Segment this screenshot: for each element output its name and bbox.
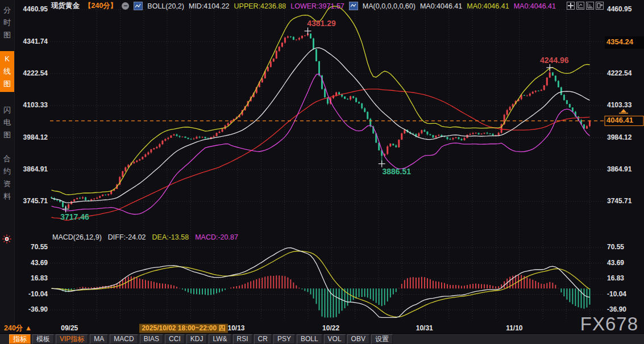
trading-app: 4460.954460.954341.744341.744222.544222.… — [0, 0, 644, 344]
macd-value: MACD:-20.87 — [195, 233, 238, 241]
low-annotation: 3717.46 — [60, 212, 89, 221]
price-tick-right: 4103.33 — [607, 101, 632, 109]
ma-value-2: MA0:4046.41 — [467, 2, 509, 10]
boll-upper-value: UPPER:4236.88 — [234, 2, 286, 10]
left-axis-scale-icon[interactable] — [576, 2, 584, 10]
tab-OBV[interactable]: OBV — [347, 334, 369, 344]
price-tick-right: 4460.95 — [607, 5, 632, 13]
watermark: FX678 — [580, 313, 638, 335]
boll-indicator-icon[interactable] — [134, 2, 143, 10]
macd-tick-right: 43.69 — [607, 259, 624, 267]
ma-value-3: MA0:4046.41 — [514, 2, 556, 10]
crosshair-time-label: 2025/10/02 18:00~22:00 四 — [142, 324, 225, 332]
macd-tick-right: -36.90 — [607, 305, 626, 313]
tab-设置[interactable]: 设置 — [371, 334, 393, 344]
tab-LW&[interactable]: LW& — [209, 334, 231, 344]
tab-模板[interactable]: 模板 — [32, 334, 54, 344]
tab-CR[interactable]: CR — [254, 334, 272, 344]
price-tick-right: 3745.71 — [607, 197, 632, 205]
macd-dea-value: DEA:-13.58 — [152, 233, 189, 241]
ma-value-1: MA0:4046.41 — [420, 2, 462, 10]
boll-mid-value: MID:4104.22 — [189, 2, 230, 10]
timeframe-selector[interactable]: 240分 ▲ — [4, 324, 32, 333]
date-tick: 11/10 — [506, 324, 523, 332]
tab-VOL[interactable]: VOL — [324, 334, 346, 344]
tab-BOLL[interactable]: BOLL — [297, 334, 322, 344]
price-tick-left: 3745.71 — [23, 197, 48, 205]
tab-VIP指标[interactable]: VIP指标 — [56, 334, 88, 344]
new-pane-icon[interactable] — [596, 2, 604, 10]
macd-tick-right: 70.55 — [607, 243, 624, 251]
tab-CCI[interactable]: CCI — [165, 334, 185, 344]
tab-指标[interactable]: 指标 — [9, 334, 31, 344]
right-axis-scale-icon[interactable] — [586, 2, 594, 10]
price-tick-left: 4222.54 — [23, 69, 48, 77]
gridlines — [50, 7, 604, 319]
ma-indicator-icon[interactable] — [349, 2, 358, 10]
macd-tick-right: 16.83 — [607, 274, 624, 282]
macd-params-label: MACD(26,12,9) — [52, 233, 102, 241]
price-tick-left: 4460.95 — [23, 5, 48, 13]
tab-PSY[interactable]: PSY — [273, 334, 295, 344]
tab-KDJ[interactable]: KDJ — [186, 334, 207, 344]
macd-tick-left: 16.83 — [31, 274, 48, 282]
extreme-annotations: 3717.464381.293886.514244.96 — [60, 19, 569, 221]
symbol-name: 现货黄金 — [51, 1, 80, 11]
sidebar-item-3[interactable]: 闪 电 图 — [0, 102, 14, 143]
price-tick-right: 3864.91 — [607, 165, 632, 173]
tab-BIAS[interactable]: BIAS — [140, 334, 163, 344]
date-tick: 09/25 — [61, 324, 78, 332]
candles — [51, 31, 591, 209]
tab-MACD[interactable]: MACD — [110, 334, 138, 344]
hot-icon[interactable] — [2, 234, 12, 244]
date-tick: 10/31 — [416, 324, 433, 332]
overlay-lines — [52, 6, 590, 220]
macd-diff-value: DIFF:-24.02 — [108, 233, 146, 241]
ma-label: MA(0,0,0,0,0,60) — [363, 2, 416, 10]
upper-badge-value: 4354.24 — [606, 37, 634, 46]
current-badge-value: 4046.41 — [606, 116, 633, 124]
upper-band-badge: 4354.24 — [605, 36, 644, 49]
sidebar: 分 时 图K 线 图闪 电 图合 约 资 料 — [0, 0, 15, 333]
chart-legend: 现货黄金 【240分】 − BOLL(20,2) MID:4104.22 UPP… — [51, 1, 556, 11]
macd-pane — [52, 248, 590, 318]
sidebar-item-4[interactable]: 合 约 资 料 — [0, 151, 14, 204]
sidebar-item-1[interactable]: 分 时 图 — [0, 2, 14, 43]
price-tick-left: 3984.12 — [23, 133, 48, 141]
macd-tick-right: -10.04 — [607, 290, 626, 298]
price-tick-left: 4341.74 — [23, 37, 48, 45]
price-tick-right: 4222.54 — [607, 69, 632, 77]
chart-toolbar — [567, 2, 604, 10]
price-axis-labels: 4460.954460.954341.744341.744222.544222.… — [23, 5, 632, 313]
date-tick: 10/22 — [322, 324, 339, 332]
macd-tick-left: -10.04 — [28, 290, 48, 298]
price-chart-canvas[interactable]: 4460.954460.954341.744341.744222.544222.… — [0, 0, 644, 344]
macd-tick-left: 43.69 — [31, 259, 48, 267]
price-tick-right: 3984.12 — [607, 133, 632, 141]
macd-tick-left: 70.55 — [31, 243, 48, 251]
macd-header: MACD(26,12,9) DIFF:-24.02 DEA:-13.58 MAC… — [52, 233, 238, 241]
date-tick: 10/13 — [227, 324, 244, 332]
high-annotation: 4244.96 — [540, 56, 569, 65]
period-label: 【240分】 — [84, 1, 117, 11]
macd-tick-left: -36.90 — [28, 305, 48, 313]
move-crosshair-icon[interactable] — [567, 2, 575, 10]
tab-MA[interactable]: MA — [90, 334, 108, 344]
price-tick-left: 4103.33 — [23, 101, 48, 109]
sidebar-item-2[interactable]: K 线 图 — [0, 51, 14, 92]
indicator-tabbar: 指标模板VIP指标MAMACDBIASCCIKDJLW&RSICRPSYBOLL… — [0, 333, 644, 344]
boll-lower-value: LOWER:3971.57 — [290, 2, 344, 10]
date-axis: 2025/10/02 18:00~22:00 四09/2510/1310/221… — [61, 324, 523, 333]
current-price-badge: 4046.41 — [605, 109, 643, 126]
collapse-indicator-icon[interactable]: − — [122, 2, 129, 10]
boll-label: BOLL(20,2) — [147, 2, 184, 10]
high-annotation: 4381.29 — [307, 19, 336, 28]
low-annotation: 3886.51 — [382, 167, 411, 176]
price-tick-left: 3864.91 — [23, 165, 48, 173]
tab-RSI[interactable]: RSI — [233, 334, 252, 344]
